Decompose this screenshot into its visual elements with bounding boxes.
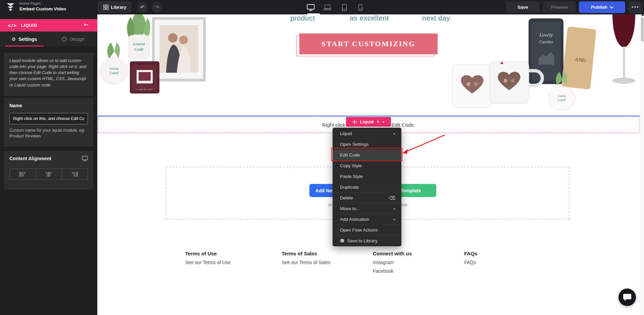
submenu-caret-icon: ▸ xyxy=(394,132,395,135)
gear-icon: ⚙ xyxy=(12,37,16,42)
footer-heading: Connect with us xyxy=(373,251,412,256)
scrollbar-track[interactable] xyxy=(641,12,644,315)
footer-column-terms-of-sales: Terms of Sales See our Terms of Sales xyxy=(282,251,330,265)
tablet-icon xyxy=(342,4,347,11)
edit-pencil-icon[interactable]: ✎ xyxy=(377,120,380,124)
hero-text-fragment-2: as excellent xyxy=(350,14,389,22)
redo-button[interactable]: ↷ xyxy=(152,2,163,13)
library-button[interactable]: Library xyxy=(98,1,132,13)
footer-link[interactable]: FAQs xyxy=(464,260,477,265)
backspace-icon: ⌫ xyxy=(389,195,395,201)
menu-item-delete[interactable]: Delete ⌫ xyxy=(333,192,401,203)
name-label: Name xyxy=(9,103,88,108)
footer-link[interactable]: Instagram xyxy=(373,260,412,265)
align-center-button[interactable] xyxy=(36,169,62,180)
more-options-button[interactable]: ••• xyxy=(628,1,642,13)
menu-item-open-flow-actions[interactable]: Open Flow Actions xyxy=(333,225,401,235)
pill-expand-icon[interactable]: ▸ xyxy=(383,120,385,124)
annotation-arrow xyxy=(401,132,448,158)
footer-heading: FAQs xyxy=(464,251,477,256)
device-tablet-button[interactable] xyxy=(338,3,350,12)
package-icon xyxy=(340,239,344,243)
footer-link[interactable]: See our Terms of Sales xyxy=(282,260,330,265)
content-alignment-label: Content Alignment xyxy=(9,156,51,161)
module-title: LIQUID xyxy=(21,23,38,28)
preview-button[interactable]: Preview xyxy=(543,1,576,13)
footer-column-faqs: FAQs FAQs xyxy=(464,251,477,265)
svg-text:Louisa & Cadell: Louisa & Cadell xyxy=(137,88,152,91)
start-customizing-button[interactable]: START CUSTOMIZING xyxy=(299,34,438,54)
tab-design[interactable]: Design xyxy=(49,32,97,47)
move-handle-icon[interactable] xyxy=(352,120,357,124)
pill-label: Liquid xyxy=(360,119,374,124)
footer-link[interactable]: See our Terms of Use xyxy=(185,260,231,265)
align-right-button[interactable] xyxy=(62,169,88,180)
context-menu: Liquid ▸ Open Settings Edit Code Copy St… xyxy=(333,128,401,246)
align-left-button[interactable] xyxy=(10,169,36,180)
page-title: Embed Custom Video xyxy=(19,6,66,11)
menu-item-add-animation[interactable]: Add Animation ▸ xyxy=(333,214,401,225)
palette-icon xyxy=(62,37,67,42)
device-mobile-button[interactable] xyxy=(354,3,366,12)
undo-button[interactable]: ↶ xyxy=(137,2,148,13)
liquid-module-pill[interactable]: Liquid ✎ ▸ xyxy=(346,117,391,127)
svg-text:Louisa: Louisa xyxy=(557,94,566,98)
footer-column-terms-of-use: Terms of Use See our Terms of Use xyxy=(185,251,231,265)
module-description: Liquid module allows us to add custom co… xyxy=(9,58,88,88)
menu-item-paste-style[interactable]: Paste Style xyxy=(333,171,401,182)
menu-item-move-to[interactable]: Move to... ▸ xyxy=(333,203,401,214)
mobile-icon xyxy=(358,4,362,11)
back-arrow-icon[interactable]: ← xyxy=(84,21,89,28)
chat-bubble-icon xyxy=(623,293,632,301)
tab-design-label: Design xyxy=(70,37,85,42)
page-builder-app: Home Pages› Embed Custom Video Library ↶… xyxy=(0,0,644,315)
device-laptop-button[interactable] xyxy=(321,3,334,12)
active-tab-underline xyxy=(5,46,44,47)
name-input[interactable] xyxy=(9,113,88,124)
align-right-icon xyxy=(71,172,79,177)
svg-text:AND: AND xyxy=(575,57,586,63)
tab-settings-label: Settings xyxy=(18,37,37,42)
menu-item-duplicate[interactable]: Duplicate xyxy=(333,182,401,192)
name-help-text: Custom name for your liquid module, eg: … xyxy=(9,128,88,139)
submenu-caret-icon: ▸ xyxy=(394,217,395,221)
breadcrumb: Home Pages› Embed Custom Video xyxy=(19,1,66,11)
publish-button[interactable]: Publish xyxy=(579,1,625,13)
align-center-icon xyxy=(45,172,52,177)
menu-item-liquid[interactable]: Liquid ▸ xyxy=(333,128,401,139)
svg-text:Cadell: Cadell xyxy=(110,71,119,75)
svg-text:Louisa: Louisa xyxy=(133,41,145,46)
laptop-icon xyxy=(324,4,332,10)
product-collage-right: Lovely Carolus AND xyxy=(446,14,639,112)
svg-text:Cadell: Cadell xyxy=(558,98,566,102)
tab-settings[interactable]: ⚙ Settings xyxy=(0,32,49,47)
device-desktop-button[interactable] xyxy=(305,3,317,12)
svg-text:Cade: Cade xyxy=(134,47,144,52)
product-collage-left: Louisa Cade Louisa Cadell Louisa & Cadel… xyxy=(99,14,252,106)
chat-widget-button[interactable] xyxy=(618,289,636,306)
scrollbar-thumb[interactable] xyxy=(641,17,644,42)
code-icon: </> xyxy=(7,23,17,28)
menu-item-save-to-library[interactable]: Save to Library xyxy=(333,235,401,246)
breadcrumb-link[interactable]: Home Pages xyxy=(19,1,41,5)
align-left-icon xyxy=(19,172,26,177)
svg-text:Carolus: Carolus xyxy=(539,39,553,44)
save-button[interactable]: Save xyxy=(506,1,540,13)
footer-column-connect: Connect with us Instagram Facebook xyxy=(373,251,412,274)
publish-label: Publish xyxy=(591,5,607,10)
desktop-icon xyxy=(307,4,315,11)
menu-item-edit-code[interactable]: Edit Code xyxy=(333,149,401,160)
settings-sidebar: </> LIQUID ← ⚙ Settings Design Liquid mo… xyxy=(0,14,97,315)
menu-item-copy-style[interactable]: Copy Style xyxy=(333,160,401,171)
topbar: Home Pages› Embed Custom Video Library ↶… xyxy=(0,0,644,14)
sidebar-tabs: ⚙ Settings Design xyxy=(0,32,97,47)
footer-heading: Terms of Sales xyxy=(282,251,330,256)
library-label: Library xyxy=(111,5,127,10)
alignment-segmented-control xyxy=(9,169,88,180)
module-description-card: Liquid module allows us to add custom co… xyxy=(4,53,93,96)
footer-link[interactable]: Facebook xyxy=(373,268,412,274)
menu-item-open-settings[interactable]: Open Settings xyxy=(333,139,401,149)
svg-text:Louisa: Louisa xyxy=(109,67,118,70)
app-logo-icon[interactable] xyxy=(5,2,15,12)
responsive-desktop-icon[interactable] xyxy=(82,156,88,161)
